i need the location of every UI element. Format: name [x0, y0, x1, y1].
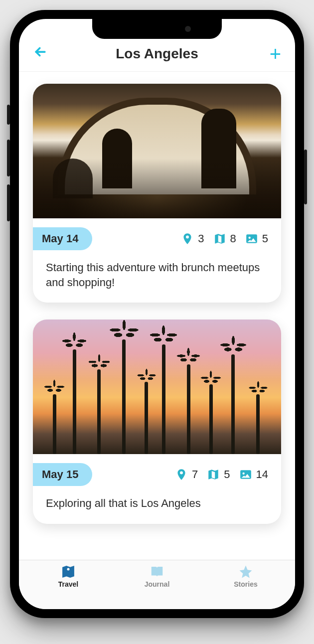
book-icon	[149, 564, 165, 579]
photo-icon	[245, 232, 258, 245]
card-stats: 3 8 5	[181, 232, 268, 245]
tab-bar: Travel Journal Stories	[19, 560, 295, 609]
card-body: May 15 7 5	[33, 454, 281, 524]
card-cover-image	[33, 320, 281, 454]
stat-photos: 14	[239, 468, 268, 481]
card-body: May 14 3 8	[33, 218, 281, 303]
stat-photos: 5	[245, 232, 268, 245]
svg-point-0	[66, 567, 70, 571]
journal-card[interactable]: May 15 7 5	[33, 320, 281, 524]
photo-icon	[239, 468, 252, 481]
stat-pins: 3	[181, 232, 204, 245]
back-button[interactable]	[33, 44, 53, 63]
stat-maps-value: 8	[230, 232, 236, 245]
map-icon	[207, 468, 220, 481]
volume-down	[7, 184, 10, 221]
stat-photos-value: 14	[256, 468, 268, 481]
date-badge: May 14	[33, 227, 92, 250]
phone-frame: Los Angeles + May 14 3	[10, 10, 304, 618]
star-icon	[237, 564, 254, 579]
map-pin-icon	[60, 564, 77, 579]
journal-card[interactable]: May 14 3 8	[33, 84, 281, 303]
tab-stories-label: Stories	[234, 580, 257, 588]
volume-switch	[7, 105, 10, 125]
notch	[92, 19, 222, 39]
stat-maps-value: 5	[224, 468, 230, 481]
card-stats: 7 5 14	[175, 468, 268, 481]
tab-journal-label: Journal	[145, 580, 170, 588]
card-cover-image	[33, 84, 281, 218]
tab-travel[interactable]: Travel	[38, 564, 98, 588]
journal-entries-list[interactable]: May 14 3 8	[19, 72, 295, 560]
page-title: Los Angeles	[53, 46, 261, 62]
phone-screen-bezel: Los Angeles + May 14 3	[19, 19, 295, 609]
app-screen: Los Angeles + May 14 3	[19, 19, 295, 609]
card-description: Exploring all that is Los Angeles	[46, 496, 268, 511]
tab-travel-label: Travel	[58, 580, 78, 588]
stat-pins-value: 7	[192, 468, 198, 481]
date-badge: May 15	[33, 463, 92, 486]
pin-icon	[181, 232, 194, 245]
tab-journal[interactable]: Journal	[127, 564, 187, 588]
tab-stories[interactable]: Stories	[216, 564, 276, 588]
pin-icon	[175, 468, 188, 481]
stat-pins: 7	[175, 468, 198, 481]
card-meta-row: May 14 3 8	[46, 227, 268, 250]
stat-photos-value: 5	[262, 232, 268, 245]
add-button[interactable]: +	[261, 48, 281, 60]
volume-up	[7, 140, 10, 176]
power-button	[304, 150, 307, 204]
stat-maps: 5	[207, 468, 230, 481]
arrow-left-icon	[33, 44, 48, 59]
map-icon	[213, 232, 226, 245]
stat-maps: 8	[213, 232, 236, 245]
stat-pins-value: 3	[198, 232, 204, 245]
card-description: Starting this adventure with brunch meet…	[46, 260, 268, 290]
card-meta-row: May 15 7 5	[46, 463, 268, 486]
